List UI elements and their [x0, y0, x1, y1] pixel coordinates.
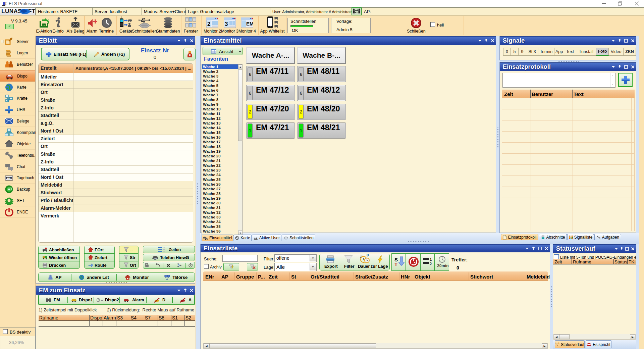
svg-text:112: 112: [154, 258, 157, 260]
svg-text:3: 3: [555, 342, 556, 345]
svg-text:L: L: [5, 3, 6, 5]
svg-text:EM: EM: [246, 21, 253, 27]
svg-text:2: 2: [430, 262, 432, 266]
svg-text:1: 1: [430, 257, 432, 261]
svg-text:2: 2: [207, 21, 210, 27]
svg-text:ETB: ETB: [6, 177, 12, 180]
svg-text:3: 3: [225, 21, 228, 27]
